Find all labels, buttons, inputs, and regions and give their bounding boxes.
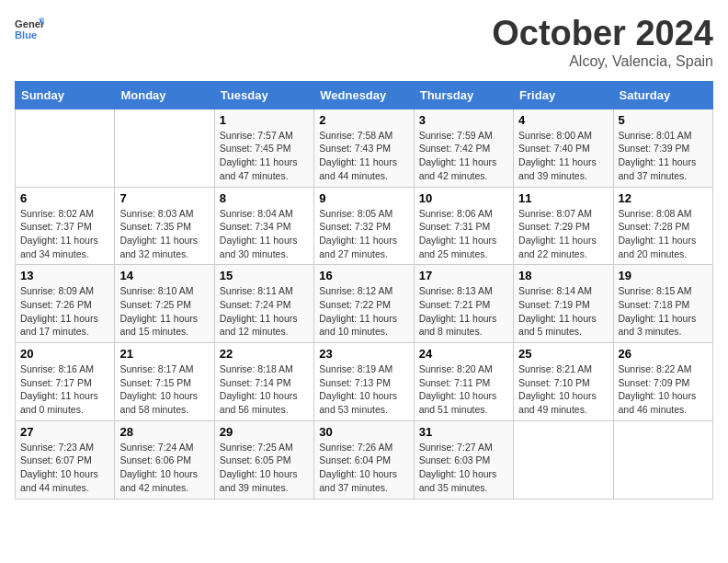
- day-info: Sunrise: 8:10 AMSunset: 7:25 PMDaylight:…: [119, 284, 209, 339]
- day-number: 3: [419, 113, 508, 127]
- day-info: Sunrise: 8:14 AMSunset: 7:19 PMDaylight:…: [518, 284, 608, 339]
- day-info: Sunrise: 7:24 AMSunset: 6:06 PMDaylight:…: [119, 441, 209, 495]
- day-number: 1: [220, 113, 309, 127]
- calendar-cell: 13Sunrise: 8:09 AMSunset: 7:26 PMDayligh…: [16, 265, 115, 343]
- calendar-cell: 20Sunrise: 8:16 AMSunset: 7:17 PMDayligh…: [16, 343, 115, 421]
- calendar-cell: 10Sunrise: 8:06 AMSunset: 7:31 PMDayligh…: [414, 187, 513, 265]
- calendar-cell: 24Sunrise: 8:20 AMSunset: 7:11 PMDayligh…: [414, 343, 513, 421]
- day-info: Sunrise: 8:12 AMSunset: 7:22 PMDaylight:…: [319, 284, 408, 339]
- day-number: 11: [518, 191, 608, 205]
- day-info: Sunrise: 8:11 AMSunset: 7:24 PMDaylight:…: [220, 284, 309, 339]
- day-info: Sunrise: 7:27 AMSunset: 6:03 PMDaylight:…: [419, 441, 508, 495]
- calendar-cell: 29Sunrise: 7:25 AMSunset: 6:05 PMDayligh…: [214, 420, 313, 499]
- day-number: 19: [619, 269, 708, 282]
- calendar-cell: 27Sunrise: 7:23 AMSunset: 6:07 PMDayligh…: [16, 420, 115, 499]
- day-number: 17: [419, 269, 508, 282]
- weekday-header-monday: Monday: [115, 81, 214, 109]
- day-number: 29: [220, 425, 309, 439]
- calendar-cell: 8Sunrise: 8:04 AMSunset: 7:34 PMDaylight…: [214, 187, 313, 265]
- calendar-cell: 26Sunrise: 8:22 AMSunset: 7:09 PMDayligh…: [613, 343, 712, 421]
- calendar-week-row: 20Sunrise: 8:16 AMSunset: 7:17 PMDayligh…: [16, 343, 713, 421]
- weekday-header-saturday: Saturday: [613, 81, 712, 109]
- day-number: 7: [119, 191, 209, 205]
- day-number: 14: [119, 269, 209, 282]
- weekday-header-sunday: Sunday: [16, 81, 115, 109]
- day-number: 6: [20, 191, 109, 205]
- day-info: Sunrise: 8:13 AMSunset: 7:21 PMDaylight:…: [419, 284, 508, 339]
- day-info: Sunrise: 7:58 AMSunset: 7:43 PMDaylight:…: [319, 129, 408, 183]
- calendar-cell: 2Sunrise: 7:58 AMSunset: 7:43 PMDaylight…: [314, 109, 414, 187]
- day-number: 30: [319, 425, 408, 439]
- day-info: Sunrise: 7:26 AMSunset: 6:04 PMDaylight:…: [319, 441, 408, 495]
- calendar-cell: 6Sunrise: 8:02 AMSunset: 7:37 PMDaylight…: [16, 187, 115, 265]
- calendar-cell: 22Sunrise: 8:18 AMSunset: 7:14 PMDayligh…: [214, 343, 313, 421]
- day-info: Sunrise: 8:06 AMSunset: 7:31 PMDaylight:…: [419, 207, 508, 261]
- calendar-cell: 12Sunrise: 8:08 AMSunset: 7:28 PMDayligh…: [613, 187, 712, 265]
- calendar-week-row: 6Sunrise: 8:02 AMSunset: 7:37 PMDaylight…: [16, 187, 713, 265]
- calendar-cell: 16Sunrise: 8:12 AMSunset: 7:22 PMDayligh…: [314, 265, 414, 343]
- calendar-week-row: 13Sunrise: 8:09 AMSunset: 7:26 PMDayligh…: [16, 265, 713, 343]
- day-info: Sunrise: 8:08 AMSunset: 7:28 PMDaylight:…: [619, 207, 708, 261]
- day-number: 13: [20, 269, 109, 282]
- day-info: Sunrise: 7:25 AMSunset: 6:05 PMDaylight:…: [220, 441, 309, 495]
- day-number: 10: [419, 191, 508, 205]
- day-number: 9: [319, 191, 408, 205]
- calendar-cell: 21Sunrise: 8:17 AMSunset: 7:15 PMDayligh…: [115, 343, 214, 421]
- day-info: Sunrise: 8:16 AMSunset: 7:17 PMDaylight:…: [20, 362, 109, 417]
- day-info: Sunrise: 8:21 AMSunset: 7:10 PMDaylight:…: [518, 362, 608, 417]
- day-info: Sunrise: 8:04 AMSunset: 7:34 PMDaylight:…: [220, 207, 309, 261]
- day-info: Sunrise: 8:05 AMSunset: 7:32 PMDaylight:…: [319, 207, 408, 261]
- day-info: Sunrise: 8:00 AMSunset: 7:40 PMDaylight:…: [518, 129, 608, 183]
- calendar-cell: 5Sunrise: 8:01 AMSunset: 7:39 PMDaylight…: [613, 109, 712, 187]
- day-info: Sunrise: 8:02 AMSunset: 7:37 PMDaylight:…: [20, 207, 109, 261]
- day-number: 12: [619, 191, 708, 205]
- calendar-cell: 9Sunrise: 8:05 AMSunset: 7:32 PMDaylight…: [314, 187, 414, 265]
- calendar-cell: 3Sunrise: 7:59 AMSunset: 7:42 PMDaylight…: [414, 109, 513, 187]
- day-number: 24: [419, 347, 508, 361]
- calendar-cell: 19Sunrise: 8:15 AMSunset: 7:18 PMDayligh…: [613, 265, 712, 343]
- day-info: Sunrise: 8:18 AMSunset: 7:14 PMDaylight:…: [220, 362, 309, 417]
- day-number: 20: [20, 347, 109, 361]
- weekday-header-thursday: Thursday: [414, 81, 513, 109]
- title-area: October 2024 Alcoy, Valencia, Spain: [492, 15, 713, 70]
- day-number: 21: [119, 347, 209, 361]
- weekday-header-tuesday: Tuesday: [214, 81, 313, 109]
- day-info: Sunrise: 7:59 AMSunset: 7:42 PMDaylight:…: [419, 129, 508, 183]
- day-info: Sunrise: 8:17 AMSunset: 7:15 PMDaylight:…: [119, 362, 209, 417]
- header: General Blue October 2024 Alcoy, Valenci…: [15, 15, 713, 70]
- calendar-week-row: 1Sunrise: 7:57 AMSunset: 7:45 PMDaylight…: [16, 109, 713, 187]
- day-number: 16: [319, 269, 408, 282]
- calendar-cell: 15Sunrise: 8:11 AMSunset: 7:24 PMDayligh…: [214, 265, 313, 343]
- day-number: 25: [518, 347, 608, 361]
- logo: General Blue: [15, 15, 44, 44]
- calendar-cell: [115, 109, 214, 187]
- calendar-table: SundayMondayTuesdayWednesdayThursdayFrid…: [15, 81, 713, 500]
- day-number: 15: [220, 269, 309, 282]
- day-info: Sunrise: 7:57 AMSunset: 7:45 PMDaylight:…: [220, 129, 309, 183]
- calendar-week-row: 27Sunrise: 7:23 AMSunset: 6:07 PMDayligh…: [16, 420, 713, 499]
- weekday-header-friday: Friday: [514, 81, 613, 109]
- day-info: Sunrise: 8:19 AMSunset: 7:13 PMDaylight:…: [319, 362, 408, 417]
- calendar-cell: [613, 420, 712, 499]
- logo-svg: General Blue: [15, 15, 44, 44]
- calendar-cell: 25Sunrise: 8:21 AMSunset: 7:10 PMDayligh…: [514, 343, 613, 421]
- day-number: 27: [20, 425, 109, 439]
- weekday-header-row: SundayMondayTuesdayWednesdayThursdayFrid…: [16, 81, 713, 109]
- day-number: 4: [518, 113, 608, 127]
- day-number: 5: [619, 113, 708, 127]
- day-number: 28: [119, 425, 209, 439]
- calendar-cell: 11Sunrise: 8:07 AMSunset: 7:29 PMDayligh…: [514, 187, 613, 265]
- calendar-cell: 7Sunrise: 8:03 AMSunset: 7:35 PMDaylight…: [115, 187, 214, 265]
- day-info: Sunrise: 8:07 AMSunset: 7:29 PMDaylight:…: [518, 207, 608, 261]
- day-number: 23: [319, 347, 408, 361]
- day-info: Sunrise: 8:01 AMSunset: 7:39 PMDaylight:…: [619, 129, 708, 183]
- day-info: Sunrise: 8:09 AMSunset: 7:26 PMDaylight:…: [20, 284, 109, 339]
- day-number: 31: [419, 425, 508, 439]
- svg-text:Blue: Blue: [15, 29, 37, 40]
- calendar-cell: [16, 109, 115, 187]
- day-info: Sunrise: 7:23 AMSunset: 6:07 PMDaylight:…: [20, 441, 109, 495]
- calendar-cell: 17Sunrise: 8:13 AMSunset: 7:21 PMDayligh…: [414, 265, 513, 343]
- day-info: Sunrise: 8:20 AMSunset: 7:11 PMDaylight:…: [419, 362, 508, 417]
- page-subtitle: Alcoy, Valencia, Spain: [492, 53, 713, 70]
- day-info: Sunrise: 8:15 AMSunset: 7:18 PMDaylight:…: [619, 284, 708, 339]
